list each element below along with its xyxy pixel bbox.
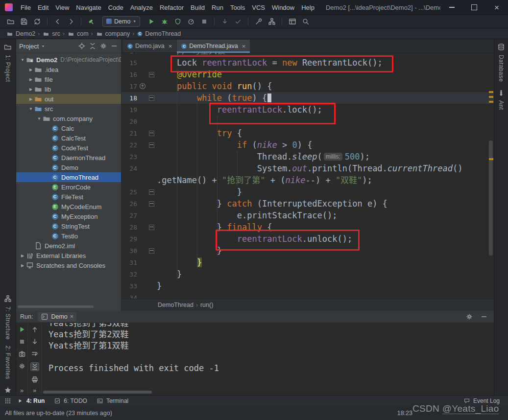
menu-window[interactable]: Window [268,0,298,15]
editor-tab-demothread-java[interactable]: CDemoThread.java× [177,40,250,52]
menu-tools[interactable]: Tools [227,0,248,15]
profile-button[interactable] [184,16,197,27]
code-line-20[interactable]: 20 [121,116,494,127]
editor-gutter[interactable] [121,174,157,186]
breadcrumb-class[interactable]: DemoThread [158,302,194,308]
editor-gutter[interactable]: 26 [121,198,157,210]
code-line-21[interactable]: 21 try { [121,127,494,139]
hide-panel-icon[interactable] [480,313,488,321]
chevron-down-icon[interactable]: ▼ [27,107,34,111]
scroll-end-button[interactable] [30,362,39,371]
editor-gutter[interactable]: 18 [121,92,157,104]
run-settings-gear-icon[interactable] [465,313,473,321]
menu-analyze[interactable]: Analyze [127,0,156,15]
close-button[interactable]: × [485,0,508,15]
editor-gutter[interactable]: 27 [121,210,157,221]
code-line-33[interactable]: 33} [121,280,494,292]
code-line-16[interactable]: 16 @Override [121,69,494,80]
stripe-button-ant[interactable]: Ant [498,100,505,110]
project-horizontal-scrollbar[interactable] [18,305,94,308]
project-tree-item-testlo[interactable]: CTestlo [16,231,121,241]
save-button[interactable] [17,16,30,27]
coverage-button[interactable] [171,16,184,27]
editor-gutter[interactable]: 34 [121,292,157,299]
maximize-button[interactable] [463,0,485,15]
breadcrumb-demothread[interactable]: CDemoThread [137,30,181,37]
project-tree-item-calc[interactable]: CCalc [16,123,121,133]
code-line-25[interactable]: 25 } [121,186,494,198]
code-line-34[interactable]: 34 [121,292,494,299]
rerun-button[interactable] [18,326,26,333]
breadcrumb-demo2[interactable]: Demo2 [6,30,35,38]
debug-button[interactable] [158,16,171,27]
fold-marker-icon[interactable] [148,200,155,207]
menu-run[interactable]: Run [208,0,227,15]
build-button[interactable] [85,16,98,27]
breadcrumb-company[interactable]: company [96,30,130,38]
menu-help[interactable]: Help [298,0,318,15]
code-line-wrap[interactable]: .getName() + "抢到了第" + (nike--) + "双鞋"); [121,174,494,186]
search-button[interactable] [299,16,312,27]
project-tree-item--idea[interactable]: ▶.idea [16,65,121,74]
menu-code[interactable]: Code [105,0,127,15]
fold-marker-icon[interactable] [148,94,155,101]
code-line-14[interactable]: 14 // 可重入锁 [121,53,494,57]
code-line-22[interactable]: 22 if (nike > 0) { [121,139,494,151]
chevron-right-icon[interactable]: ▶ [27,97,34,101]
menu-file[interactable]: File [17,0,34,15]
project-tree-item-src[interactable]: ▼src [16,104,121,114]
collapse-all-icon[interactable] [89,42,97,50]
minimize-button[interactable] [440,0,463,15]
project-tree-item-daemonthread[interactable]: CDaemonThread [16,153,121,163]
more-options-icon[interactable]: » [33,388,36,393]
project-tree-item-external-libraries[interactable]: ▶External Libraries [16,251,121,260]
sync-button[interactable] [30,16,44,27]
editor-gutter[interactable]: 29 [121,233,157,245]
settings-button[interactable] [18,362,26,370]
menu-build[interactable]: Build [187,0,208,15]
editor-gutter[interactable]: 25 [121,186,157,198]
toolwindow-button-terminal[interactable]: Terminal [92,396,133,406]
project-tree-item-calctest[interactable]: CCalcTest [16,133,121,143]
chevron-right-icon[interactable]: ▶ [27,77,34,82]
code-line-32[interactable]: 32 } [121,268,494,280]
stop-button[interactable] [197,16,211,27]
code-line-26[interactable]: 26 } catch (InterruptedException e) { [121,198,494,210]
chevron-right-icon[interactable]: ▶ [19,263,26,268]
editor-gutter[interactable]: 33 [121,280,157,292]
editor-gutter[interactable]: 28 [121,221,157,233]
stripe-button-2-favorites[interactable]: 2: Favorites [4,346,11,379]
editor-tab-demo-java[interactable]: CDemo.java× [123,40,176,52]
close-tab-icon[interactable]: × [242,43,246,50]
menu-edit[interactable]: Edit [34,0,52,15]
toolwindow-switcher-icon[interactable] [4,397,12,405]
editor-gutter[interactable]: 19 [121,104,157,116]
project-tree-item-com-company[interactable]: ▼com.company [16,114,121,123]
chevron-down-icon[interactable]: ▼ [19,58,26,62]
locate-icon[interactable] [78,42,86,50]
project-tree-item-demo2[interactable]: ▼Demo2D:\Project\ideaProject\D... [16,55,121,65]
hide-icon[interactable] [110,42,118,50]
more-options-icon[interactable]: » [20,388,24,393]
gear-icon[interactable] [99,42,107,50]
project-tree-item-demo2-iml[interactable]: Demo2.iml [16,241,121,251]
fold-marker-icon[interactable] [148,71,155,78]
project-tree-item-mycodeenum[interactable]: EMyCodeEnum [16,202,121,211]
code-line-19[interactable]: 19 reentrantLock.lock(); [121,104,494,116]
run-button[interactable] [145,16,158,27]
project-panel-title[interactable]: Project [19,43,39,50]
fold-marker-icon[interactable] [148,188,155,195]
fold-marker-icon[interactable] [148,141,155,148]
menu-vcs[interactable]: VCS [248,0,268,15]
project-tree-item-demothread[interactable]: CDemoThread [16,172,121,182]
vcs-commit-button[interactable] [231,16,244,27]
menu-navigate[interactable]: Navigate [73,0,104,15]
project-tree-item-stringtest[interactable]: CStringTest [16,221,121,231]
vcs-update-button[interactable] [218,16,231,27]
soft-wrap-button[interactable] [31,350,39,358]
fold-marker-icon[interactable] [148,247,155,254]
overriding-method-icon[interactable] [138,82,147,90]
editor-gutter[interactable]: 23 [121,151,157,163]
down-button[interactable] [31,338,39,346]
layout-button[interactable] [286,16,299,27]
